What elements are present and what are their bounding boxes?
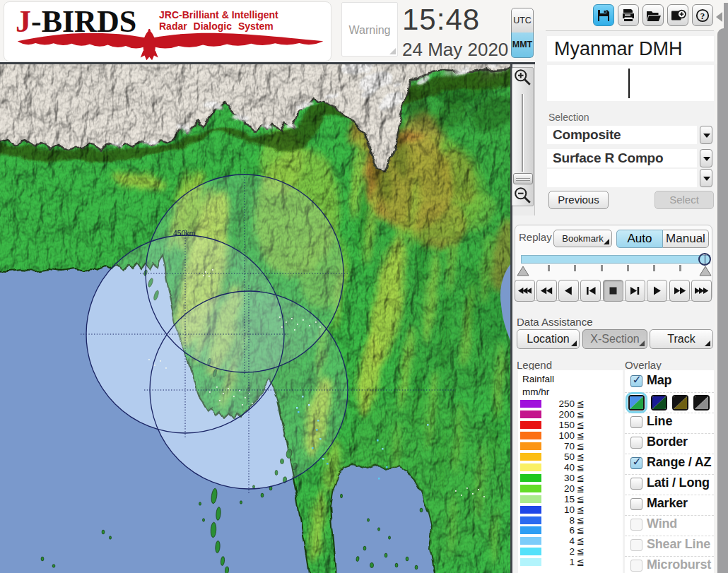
logo-tagline-1: JRC-Brilliant & Intelligent <box>159 9 278 20</box>
skip-to-end-icon <box>695 285 708 299</box>
legend-unit-line1: Rainfall <box>522 374 554 384</box>
slider-tick <box>627 265 629 271</box>
legend-value: 40 <box>544 462 575 473</box>
lte-symbol: ≦ <box>577 546 585 557</box>
playback-step-forward-button[interactable] <box>625 280 645 302</box>
location-button[interactable]: Location <box>517 329 580 349</box>
panel-splitter[interactable] <box>717 28 728 573</box>
map-style-swatch-3[interactable] <box>672 395 688 410</box>
panel-splitter-top <box>724 3 728 34</box>
select-button[interactable]: Select <box>654 191 714 209</box>
overlay-row-lati-long: Lati / Long <box>625 475 714 495</box>
overlay-label: Map <box>647 373 671 388</box>
replay-label: Replay <box>519 231 552 243</box>
slider-end-marker[interactable] <box>699 266 712 279</box>
map-style-swatch-1[interactable] <box>628 395 645 410</box>
mmt-button[interactable]: MMT <box>511 33 534 58</box>
checkbox-microburst[interactable] <box>630 560 642 572</box>
collapse-left-arrow-icon[interactable] <box>716 12 722 22</box>
legend-row: 6≦ <box>518 526 623 536</box>
legend-row: 40≦ <box>518 463 623 473</box>
checkbox-line[interactable] <box>630 416 642 428</box>
help-button[interactable]: ? <box>692 4 713 26</box>
open-button[interactable] <box>642 4 664 26</box>
legend-row: 70≦ <box>518 442 623 451</box>
selection-level3-field[interactable] <box>547 169 697 187</box>
checkbox-shear-line[interactable] <box>630 539 642 551</box>
slider-start-marker[interactable] <box>517 266 529 279</box>
zoom-out-button[interactable] <box>514 187 533 206</box>
zoom-slider-thumb[interactable] <box>513 173 533 184</box>
playback-play-forward-button[interactable] <box>647 280 667 302</box>
legend-row: 15≦ <box>518 495 623 504</box>
x-section-button[interactable]: X-Section <box>582 329 647 349</box>
checkbox-lati-long[interactable] <box>630 478 642 490</box>
warning-panel[interactable]: Warning <box>341 2 398 57</box>
stop-icon <box>606 285 620 299</box>
selection-label: Selection <box>548 112 589 123</box>
slider-tick <box>679 265 681 271</box>
lte-symbol: ≦ <box>577 483 585 494</box>
manual-mode-button[interactable]: Manual <box>663 230 709 248</box>
map-style-swatch-2[interactable] <box>651 395 667 410</box>
legend-value: 15 <box>544 494 575 504</box>
playback-step-backward-button[interactable] <box>580 280 601 302</box>
zoom-in-button[interactable] <box>514 69 533 88</box>
legend-color-swatch <box>520 453 541 461</box>
selection-level2-field[interactable]: Surface R Compo <box>547 149 697 167</box>
utc-button[interactable]: UTC <box>511 8 534 33</box>
checkbox-marker[interactable] <box>630 498 642 510</box>
legend-value: 150 <box>544 420 575 430</box>
legend-color-swatch <box>520 485 541 492</box>
overlay-label: Microburst <box>647 557 711 572</box>
legend-color-swatch <box>520 506 541 514</box>
playback-skip-to-end-button[interactable] <box>691 280 712 302</box>
playback-stop-button[interactable] <box>603 280 623 302</box>
warning-label: Warning <box>342 24 397 37</box>
map-viewport[interactable]: 450km <box>0 64 510 573</box>
legend-value: 4 <box>544 536 575 546</box>
auto-mode-button[interactable]: Auto <box>616 230 663 248</box>
map-style-swatch-frame <box>628 395 645 410</box>
playback-skip-to-start-button[interactable] <box>515 280 535 302</box>
overlay-label: Wind <box>647 516 677 531</box>
map-area[interactable]: 450km <box>0 64 510 573</box>
print-button[interactable] <box>618 4 639 26</box>
lte-symbol: ≦ <box>577 473 585 483</box>
playback-fast-forward-button[interactable] <box>669 280 690 302</box>
station-name-box: Myanmar DMH <box>547 36 714 61</box>
playback-fast-rewind-button[interactable] <box>536 280 557 302</box>
snapshot-button[interactable] <box>667 4 688 26</box>
replay-slider-track[interactable] <box>521 255 710 264</box>
legend-color-swatch <box>520 495 541 503</box>
save-button[interactable] <box>593 4 614 26</box>
help-icon: ? <box>695 8 710 25</box>
map-style-swatch-frame <box>693 395 710 410</box>
checkbox-map[interactable] <box>630 375 642 387</box>
legend-color-swatch <box>520 474 541 482</box>
legend-value: 2 <box>544 546 575 557</box>
selection-level2-dropdown-button[interactable] <box>700 149 712 167</box>
legend-row: 200≦ <box>518 410 623 420</box>
status-box <box>547 65 714 101</box>
checkbox-range-az[interactable] <box>630 457 642 469</box>
zoom-slider-track[interactable] <box>522 94 524 172</box>
playback-play-backward-button[interactable] <box>558 280 579 302</box>
map-style-swatch-4[interactable] <box>693 395 710 410</box>
selection-level1-field[interactable]: Composite <box>547 126 697 144</box>
lte-symbol: ≦ <box>577 494 585 504</box>
bookmark-button[interactable]: Bookmark <box>553 230 612 247</box>
previous-button[interactable]: Previous <box>548 191 609 209</box>
legend-color-swatch <box>520 432 541 439</box>
checkbox-border[interactable] <box>630 437 642 449</box>
magnifier-plus-icon <box>514 77 532 89</box>
track-button[interactable]: Track <box>650 329 713 349</box>
selection-level3-dropdown-button[interactable] <box>700 169 712 187</box>
legend-label: Legend <box>517 359 552 371</box>
replay-slider-handle[interactable] <box>698 253 711 266</box>
play-backward-icon <box>562 285 575 299</box>
lte-symbol: ≦ <box>577 536 585 546</box>
checkbox-wind[interactable] <box>630 519 642 531</box>
selection-level1-dropdown-button[interactable] <box>700 126 712 144</box>
lte-symbol: ≦ <box>577 557 585 567</box>
